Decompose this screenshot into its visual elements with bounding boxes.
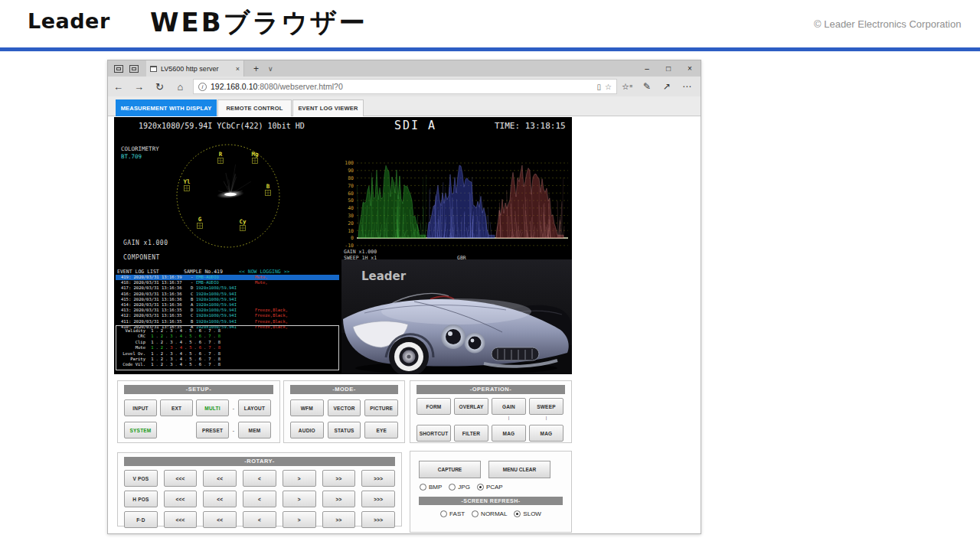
operation-button-mag-2[interactable]: MAG (492, 425, 526, 442)
capture-format-radio-pcap[interactable] (477, 484, 484, 491)
setup-button-input[interactable]: INPUT (124, 399, 157, 416)
web-notes-icon[interactable]: ✎ (637, 81, 657, 92)
event-log-row[interactable]: 418: 2020/03/31 13:16:37-EMB-AUDIOMute, (116, 280, 339, 285)
operation-button-gain[interactable]: GAIN (492, 398, 526, 415)
event-log-row[interactable]: 412: 2020/03/31 13:16:35C1920x1080/59.94… (116, 313, 339, 318)
rotary-step-h-pos-3[interactable]: < (243, 491, 276, 507)
operation-button-sweep[interactable]: SWEEP (529, 398, 564, 415)
setup-button-system[interactable]: SYSTEM (124, 422, 157, 439)
operation-button-mag-3[interactable]: MAG (529, 425, 564, 442)
event-log-row[interactable]: 417: 2020/03/31 13:16:36D1920x1080/59.94… (116, 285, 339, 291)
tab-remote-control[interactable]: REMOTE CONTROL (217, 99, 292, 116)
audio-status-row: CRC1.2.3.4.5.6.7.8 (116, 334, 338, 339)
event-log-row[interactable]: 414: 2020/03/31 13:16:36A1920x1080/59.94… (116, 302, 339, 308)
set-aside-tabs-icon[interactable] (114, 65, 123, 73)
capture-format-option-bmp[interactable]: BMP (420, 484, 442, 491)
setup-button-mem[interactable]: MEM (238, 422, 271, 439)
capture-button[interactable]: CAPTURE (419, 461, 481, 478)
back-icon[interactable]: ← (108, 81, 129, 93)
setup-button-multi[interactable]: MULTI (196, 399, 229, 416)
refresh-icon[interactable]: ↻ (149, 81, 170, 93)
screen-refresh-radio-fast[interactable] (440, 510, 447, 517)
capture-format-option-pcap[interactable]: PCAP (477, 484, 503, 491)
rotary-step-f-d-3[interactable]: < (243, 511, 276, 528)
mode-panel: -MODE- WFMVECTORPICTURE AUDIOSTATUSEYE (283, 380, 405, 443)
rotary-step-f-d-2[interactable]: << (203, 511, 237, 528)
rotary-step-h-pos-5[interactable]: >> (322, 491, 356, 507)
rotary-step-v-pos-4[interactable]: > (283, 470, 316, 487)
tab-menu-icon[interactable]: ∨ (268, 65, 273, 73)
rotary-step-v-pos-6[interactable]: >>> (361, 470, 395, 487)
screen-refresh-option-fast[interactable]: FAST (440, 510, 465, 517)
close-tab-icon[interactable]: × (236, 65, 240, 73)
browser-tab[interactable]: LV5600 http server × (146, 60, 244, 77)
close-icon[interactable]: × (679, 60, 701, 77)
log-c2: B (191, 319, 193, 324)
reading-view-icon[interactable]: ▯ (597, 83, 602, 91)
audio-channel-8: 8 (217, 334, 222, 338)
operation-button-shortcut[interactable]: SHORTCUT (416, 425, 451, 442)
capture-format-radio-bmp[interactable] (420, 484, 426, 491)
mode-button-eye[interactable]: EYE (364, 422, 398, 439)
mode-button-wfm[interactable]: WFM (290, 399, 324, 416)
colorimetry-value: BT.709 (121, 153, 142, 160)
screen-refresh-option-slow[interactable]: SLOW (514, 510, 541, 517)
forward-icon[interactable]: → (129, 81, 149, 93)
tab-measurement-with-display[interactable]: MEASUREMENT WITH DISPLAY (116, 99, 217, 116)
url-field[interactable]: i 192.168.0.10:8080/webserver.html?0 ▯ ☆ (193, 79, 617, 94)
log-c3: 1920x1080/59.94I (196, 308, 237, 312)
rotary-step-v-pos-3[interactable]: < (243, 470, 276, 487)
mode-button-audio[interactable]: AUDIO (290, 422, 324, 439)
site-info-icon[interactable]: i (198, 83, 207, 91)
setup-button-layout[interactable]: LAYOUT (238, 399, 271, 416)
audio-channel-8: 8 (217, 362, 222, 367)
event-log-row[interactable]: 411: 2020/03/31 13:16:35B1920x1080/59.94… (116, 319, 339, 324)
home-icon[interactable]: ⌂ (170, 81, 191, 93)
screen-refresh-radio-slow[interactable] (514, 510, 521, 517)
rotary-step-v-pos-1[interactable]: <<< (164, 470, 198, 487)
operation-button-filter[interactable]: FILTER (454, 425, 488, 442)
rotary-knob-h-pos[interactable]: H POS (124, 491, 158, 507)
rotary-step-f-d-5[interactable]: >> (322, 511, 356, 528)
log-c4: Freeze,Black, (255, 319, 288, 324)
event-log-row[interactable]: 416: 2020/03/31 13:16:36C1920x1080/59.94… (116, 292, 339, 297)
rotary-step-f-d-4[interactable]: > (283, 511, 316, 528)
restore-icon[interactable]: □ (658, 60, 679, 77)
share-icon[interactable]: ↗ (657, 81, 677, 92)
operation-button-overlay[interactable]: OVERLAY (454, 398, 488, 415)
rotary-step-v-pos-2[interactable]: << (203, 470, 237, 487)
event-log-row[interactable]: 413: 2020/03/31 13:16:35D1920x1080/59.94… (116, 308, 339, 313)
rotary-knob-f-d[interactable]: F·D (124, 511, 158, 528)
setup-button-preset[interactable]: PRESET (196, 422, 229, 439)
event-log-row[interactable]: 419: 2020/03/31 13:16:39-EMB-AUDIOMute, (116, 275, 339, 280)
mode-button-picture[interactable]: PICTURE (364, 399, 398, 416)
tab-preview-icon[interactable] (129, 65, 139, 73)
menu-clear-button[interactable]: MENU CLEAR (488, 461, 550, 478)
rotary-step-h-pos-1[interactable]: <<< (164, 491, 198, 507)
rotary-knob-v-pos[interactable]: V POS (124, 470, 158, 487)
setup-button-ext[interactable]: EXT (160, 399, 193, 416)
screen-refresh-radio-normal[interactable] (472, 510, 479, 517)
minimize-icon[interactable]: – (636, 60, 658, 77)
page-icon (150, 66, 157, 72)
rotary-step-h-pos-2[interactable]: << (203, 491, 237, 507)
tab-event-log-viewer[interactable]: EVENT LOG VIEWER (292, 99, 364, 116)
new-tab-icon[interactable]: + (253, 64, 259, 74)
rotary-step-v-pos-5[interactable]: >> (322, 470, 356, 487)
rotary-step-f-d-1[interactable]: <<< (164, 511, 198, 528)
audio-channels: 1.2.3.4.5.6.7.8 (150, 345, 222, 350)
more-icon[interactable]: ⋯ (677, 81, 697, 92)
svg-text:60: 60 (348, 191, 354, 197)
favorite-star-icon[interactable]: ☆ (605, 83, 612, 91)
screen-refresh-option-normal[interactable]: NORMAL (472, 510, 507, 517)
rotary-step-f-d-6[interactable]: >>> (361, 511, 395, 528)
rotary-step-h-pos-6[interactable]: >>> (361, 491, 395, 507)
mode-button-vector[interactable]: VECTOR (328, 399, 361, 416)
rotary-step-h-pos-4[interactable]: > (283, 491, 316, 507)
capture-format-option-jpg[interactable]: JPG (449, 484, 470, 491)
event-log-row[interactable]: 415: 2020/03/31 13:16:36B1920x1080/59.94… (116, 297, 339, 302)
operation-button-form[interactable]: FORM (416, 398, 451, 415)
mode-button-status[interactable]: STATUS (328, 422, 361, 439)
capture-format-radio-jpg[interactable] (449, 484, 456, 491)
hub-icon[interactable]: ☆≡ (617, 82, 637, 92)
